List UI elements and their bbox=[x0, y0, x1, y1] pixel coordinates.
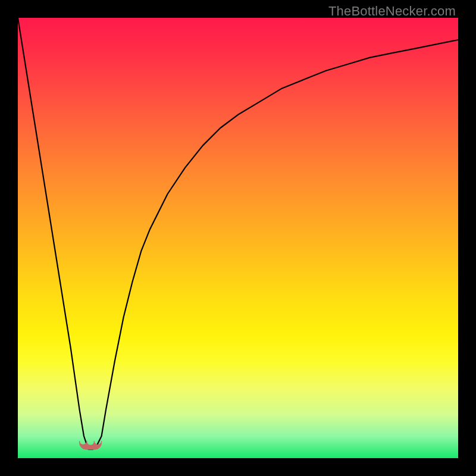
bottleneck-curve-svg bbox=[18, 18, 458, 458]
chart-frame: TheBottleNecker.com bbox=[0, 0, 476, 476]
bottleneck-curve-path bbox=[18, 18, 458, 449]
watermark-text: TheBottleNecker.com bbox=[328, 4, 456, 19]
plot-area bbox=[18, 18, 458, 458]
